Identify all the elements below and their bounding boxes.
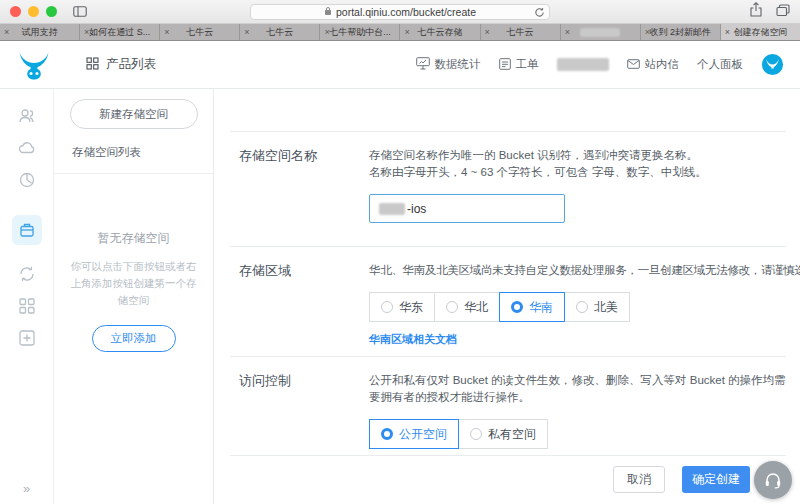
fusion-refresh-icon[interactable] [12,261,42,287]
url-text: portal.qiniu.com/bucket/create [336,6,476,18]
tab-label: 创建存储空间 [733,26,787,39]
browser-tab[interactable]: ×收到 2封新邮件 [641,24,721,40]
radio-label: 私有空间 [488,426,536,443]
tab-close-icon[interactable]: × [725,28,730,37]
region-option-huadong[interactable]: 华东 [369,292,435,322]
access-radio-group: 公开空间 私有空间 [369,419,786,449]
name-desc-line1: 存储空间名称作为唯一的 Bucket 识别符，遇到冲突请更换名称。 [369,147,786,164]
tab-close-icon[interactable]: × [4,28,9,37]
bucket-sidebar: 新建存储空间 存储空间列表 暂无存储空间 你可以点击下面按钮或者右上角添加按钮创… [54,89,214,504]
browser-tab[interactable]: ×七牛帮助中台... [320,24,400,40]
access-option-public[interactable]: 公开空间 [369,419,459,449]
bucket-name-suffix: -ios [407,202,426,216]
access-desc: 公开和私有仅对 Bucket 的读文件生效，修改、删除、写入等对 Bucket … [369,372,786,406]
tab-close-icon[interactable]: × [645,28,650,37]
confirm-create-button[interactable]: 确定创建 [682,466,750,493]
browser-tab[interactable]: ×七牛云 [240,24,320,40]
cancel-button[interactable]: 取消 [613,466,665,493]
access-option-private[interactable]: 私有空间 [458,419,548,449]
section-storage-region: 存储区域 华北、华南及北美区域尚未支持自定义数据处理服务，一旦创建区域无法修改，… [230,246,786,356]
nav-site-message[interactable]: 站内信 [627,57,680,72]
browser-tab[interactable]: ×七牛云存储 [400,24,480,40]
tab-close-icon[interactable]: × [485,28,490,37]
redacted-text [379,203,405,215]
spacer [214,89,800,131]
tab-label: 如何在通过 S... [89,26,150,39]
sidebar-toggle-icon[interactable] [73,6,87,17]
share-icon[interactable] [750,2,762,21]
nav-data-stats[interactable]: 数据统计 [416,57,481,72]
toolbar-right-icons [750,2,790,21]
browser-tab[interactable]: ×七牛云 [160,24,240,40]
page-body: » 新建存储空间 存储空间列表 暂无存储空间 你可以点击下面按钮或者右上角添加按… [0,89,800,504]
nav-label: 数据统计 [435,57,481,72]
statistics-pie-icon[interactable] [12,167,42,193]
radio-label: 公开空间 [399,426,447,443]
browser-tab[interactable]: ×七牛云 [481,24,561,40]
region-option-huabei[interactable]: 华北 [434,292,500,322]
radio-label: 北美 [594,299,618,316]
region-radio-group: 华东 华北 华南 北美 [369,292,786,322]
section-access-control: 访问控制 公开和私有仅对 Bucket 的读文件生效，修改、删除、写入等对 Bu… [230,356,786,455]
expand-rail-icon[interactable]: » [23,481,30,496]
empty-state-hint: 你可以点击下面按钮或者右上角添加按钮创建第一个存储空间 [70,258,198,309]
tab-close-icon[interactable]: × [324,28,329,37]
bucket-name-input[interactable]: -ios [369,194,565,223]
browser-tab-active[interactable]: ×创建存储空间 [721,24,800,40]
address-bar[interactable]: portal.qiniu.com/bucket/create [250,4,550,20]
empty-state-title: 暂无存储空间 [54,230,213,247]
storage-bucket-icon[interactable] [12,215,42,245]
section-label: 存储空间名称 [230,147,369,246]
tab-close-icon[interactable]: × [164,28,169,37]
help-support-button[interactable] [754,461,792,499]
nav-label: 工单 [516,57,539,72]
chart-monitor-icon [416,57,430,72]
nav-ticket[interactable]: 工单 [499,57,539,72]
tab-close-icon[interactable]: × [84,28,89,37]
nav-label: 站内信 [645,57,680,72]
radio-icon [470,428,482,440]
lock-icon [324,6,332,18]
browser-tab[interactable]: ×如何在通过 S... [80,24,160,40]
zoom-window-button[interactable] [46,6,57,17]
radio-icon [381,428,393,440]
tab-close-icon[interactable]: × [404,28,409,37]
region-doc-link[interactable]: 华南区域相关文档 [369,332,457,347]
tab-close-icon[interactable]: × [565,28,570,37]
mail-icon [627,59,640,71]
close-window-button[interactable] [10,6,21,17]
grid-icon [86,57,99,73]
name-desc-line2: 名称由字母开头，4 ~ 63 个字符长，可包含 字母、数字、中划线。 [369,164,786,181]
region-option-beimei[interactable]: 北美 [564,292,630,322]
tab-label: 试用支持 [22,26,58,39]
account-avatar[interactable] [761,53,784,76]
form-actions: 取消 确定创建 [230,455,786,504]
region-desc: 华北、华南及北美区域尚未支持自定义数据处理服务，一旦创建区域无法修改，请谨慎选择… [369,262,786,279]
tab-close-icon[interactable]: × [244,28,249,37]
tabs-overview-icon[interactable] [776,3,790,21]
minimize-window-button[interactable] [28,6,39,17]
reload-icon[interactable] [534,7,545,20]
radio-icon [381,301,393,313]
divider [54,173,213,174]
header-nav: 数据统计 工单 站内信 个人面板 [416,53,785,76]
tab-label: 七牛帮助中台... [329,26,391,39]
document-icon [499,58,511,72]
browser-tab[interactable]: ×试用支持 [0,24,80,40]
region-option-huanan[interactable]: 华南 [499,292,565,322]
tab-label: 七牛云存储 [418,26,463,39]
nav-personal-panel[interactable]: 个人面板 [697,57,743,72]
browser-tab-redacted[interactable]: × [561,24,641,40]
redacted-text [580,28,620,37]
users-icon[interactable] [12,103,42,129]
redacted-text [557,58,609,71]
qiniu-logo[interactable] [16,47,52,83]
product-list-button[interactable]: 产品列表 [86,56,156,73]
cdn-cloud-icon[interactable] [12,135,42,161]
apps-grid-icon[interactable] [12,293,42,319]
new-bucket-button[interactable]: 新建存储空间 [70,99,198,129]
add-now-button[interactable]: 立即添加 [92,325,176,352]
section-label: 存储区域 [230,262,369,356]
nav-label: 个人面板 [697,57,743,72]
add-product-icon[interactable] [12,325,42,351]
